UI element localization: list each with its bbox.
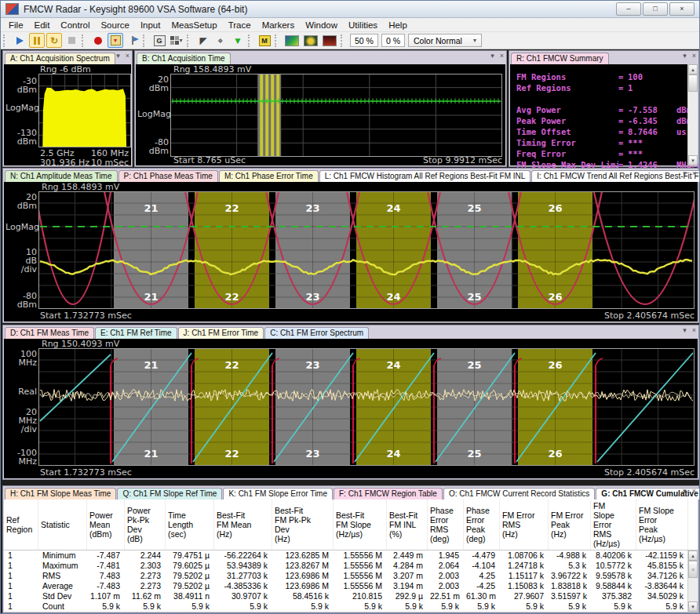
summary-label: FM Regions [516,72,618,83]
table-row[interactable]: 1Minimum-7.4872.24479.4751 µ-56.22264 k1… [4,550,698,561]
tab-h[interactable]: H: Ch1 FM Slope Meas Time [5,488,116,500]
panel-collapse-icon[interactable]: ▾ [490,53,494,60]
summary-value: -6.345 [628,116,676,127]
workspace: A: Ch1 Acquisition Spectrum▾× Rng -6 dBm… [1,49,699,613]
summary-scrollbar[interactable]: ▲ ▼ [687,64,698,165]
menu-source[interactable]: Source [95,20,134,31]
repeat-icon[interactable]: ↻ [46,33,62,48]
tab-c[interactable]: C: Ch1 FM Error Spectrum [264,327,369,339]
y-axis-bottom-label: -80 dBm [137,138,169,155]
fmcw-summary-body[interactable]: FM Regions=100Ref Regions=1Avg Power=-7.… [510,64,698,165]
amplitude-meas-time-plot[interactable]: Rng 158.4893 mV 20 dBm LogMag 10 dB /div… [4,182,698,322]
tab-n[interactable]: N: Ch1 Amplitude Meas Time [5,170,118,182]
tab-d[interactable]: D: Ch1 FM Meas Time [5,327,94,339]
record-playback-icon[interactable]: ▾ [108,33,123,48]
table-header-row: Ref RegionStatisticPower Mean (dBm)Power… [4,500,698,550]
table-row[interactable]: 1Average-7.4832.27379.5202 µ-4.385336 k1… [4,581,698,591]
menu-utilities[interactable]: Utilities [343,20,383,31]
waterfall-display-icon[interactable] [302,33,319,48]
table-row[interactable]: 1Maximum-7.4812.30379.6025 µ53.94389 k12… [4,561,698,571]
table-cell: 123.8267 M [272,561,334,571]
panel-close-icon[interactable]: × [692,327,696,334]
table-row[interactable]: 1RMS7.4832.27379.5202 µ31.27703 k123.698… [4,571,698,581]
scroll-up-icon[interactable]: ▲ [688,550,698,561]
column-header: Ref Region [4,500,38,550]
tab-f[interactable]: F: Ch1 FMCW Region Table [334,488,443,500]
scrollbar-thumb[interactable] [688,74,698,92]
menu-edit[interactable]: Edit [29,20,56,31]
recording-save-icon[interactable] [125,33,140,48]
menu-file[interactable]: File [3,20,29,31]
tab-r[interactable]: R: Ch1 FMCW Summary [511,53,609,64]
tab-i[interactable]: I: Ch1 FMCW Trend All Ref Regions Best-F… [531,170,700,182]
panel-collapse-icon[interactable]: ▾ [683,327,687,334]
pause-icon[interactable] [29,33,45,48]
panel-fm-meas-time: D: Ch1 FM Meas TimeE: Ch1 FM Ref TimeJ: … [2,325,699,480]
tab-o[interactable]: O: Ch1 FMCW Current Record Statistics [443,488,595,500]
panel-close-icon[interactable]: × [692,488,696,495]
table-cell: 5.9 k [428,601,464,612]
close-button[interactable]: × [669,2,695,16]
statistics-table[interactable]: Ref RegionStatisticPower Mean (dBm)Power… [4,500,698,612]
scroll-down-icon[interactable]: ▼ [688,601,698,612]
panel-close-icon[interactable]: × [126,53,129,60]
table-row[interactable]: 1Std Dev1.107 m11.62 m38.4911 n30.9707 k… [4,591,698,601]
tab-e[interactable]: E: Ch1 FM Ref Time [95,327,177,339]
table-cell: 5.9 k [272,601,334,612]
acquisition-time-plot[interactable]: Rng 158.4893 mV 20 dBm LogMag -80 dBm St… [136,64,505,165]
tab-m[interactable]: M: Ch1 Phase Error Time [219,170,319,182]
panel-close-icon[interactable]: × [692,170,696,177]
color-mode-dropdown[interactable]: Color Normal ▾ [408,34,482,47]
column-header: Power Mean (dBm) [87,500,125,550]
toolbar: ↻▾G▾◤⌖▼M 50 % 0 % Color Normal ▾ [1,32,699,49]
panel-collapse-icon[interactable]: ▾ [683,53,687,60]
menu-trace[interactable]: Trace [223,20,257,31]
tab-p[interactable]: P: Ch1 Phase Meas Time [118,170,218,182]
zoom-level-box[interactable]: 50 % [350,34,378,47]
menu-input[interactable]: Input [135,20,166,31]
tab-l[interactable]: L: Ch1 FMCW Histogram All Ref Regions Be… [319,170,531,182]
menu-control[interactable]: Control [55,20,95,31]
percent-box[interactable]: 0 % [381,34,405,47]
tab-q[interactable]: Q: Ch1 FM Slope Ref Time [117,488,222,500]
play-icon[interactable] [12,33,27,48]
stop-icon[interactable] [64,33,79,48]
tab-j[interactable]: J: Ch1 FM Error Time [178,327,264,339]
maximize-button[interactable]: □ [643,2,668,16]
y-axis-format-label: Real [5,387,37,396]
table-row[interactable]: 1Count5.9 k5.9 k5.9 k5.9 k5.9 k5.9 k5.9 … [4,601,698,612]
tab-b[interactable]: B: Ch1 Acquisition Time [137,53,231,64]
panel-close-icon[interactable]: × [500,53,504,60]
menu-window[interactable]: Window [300,20,343,31]
auto-range-icon[interactable]: G [151,33,167,48]
scrollbar-thumb[interactable]: ≡ [688,561,698,578]
table-scrollbar[interactable]: ▲ ≡ ▼ [687,550,698,612]
summary-row: Ref Regions=1 [516,83,685,94]
panel-collapse-icon[interactable]: ▾ [116,53,120,60]
panel-collapse-icon[interactable]: ▾ [683,488,687,495]
fm-meas-time-plot[interactable]: Rng 150.4093 mV 100 MHz Real 20 MHz /div… [4,339,698,478]
menu-markers[interactable]: Markers [257,20,301,31]
tab-a[interactable]: A: Ch1 Acquisition Spectrum [5,53,115,64]
scroll-down-icon[interactable]: ▼ [688,155,698,165]
math-icon[interactable]: M [257,33,272,48]
tab-k[interactable]: K: Ch1 FM Slope Error Time [223,488,333,500]
acquisition-spectrum-plot[interactable]: Rng -6 dBm -30 dBm LogMag -130 dBm 2.5 G… [4,64,131,165]
layout-grid-icon[interactable]: ▾ [169,33,184,48]
panel-close-icon[interactable]: × [692,53,696,60]
menu-meassetup[interactable]: MeasSetup [166,20,222,31]
marker-move-icon[interactable]: ⌖ [213,33,228,48]
region-label: 23 [305,202,319,214]
menu-help[interactable]: Help [383,20,413,31]
plot-n-svg: 212122222323242425252626 [38,191,695,309]
record-icon[interactable] [90,33,106,48]
pointer-icon[interactable]: ◤ [195,33,211,48]
table-cell: 1 [4,591,38,601]
y-axis-top-label: -30 dBm [5,77,37,94]
spectrogram-display-icon[interactable] [283,33,301,48]
scroll-up-icon[interactable]: ▲ [688,64,698,74]
minimize-button[interactable]: – [616,2,641,16]
marker-peak-icon[interactable]: ▼ [230,33,246,48]
constellation-display-icon[interactable] [321,33,338,48]
panel-collapse-icon[interactable]: ▾ [683,170,687,177]
